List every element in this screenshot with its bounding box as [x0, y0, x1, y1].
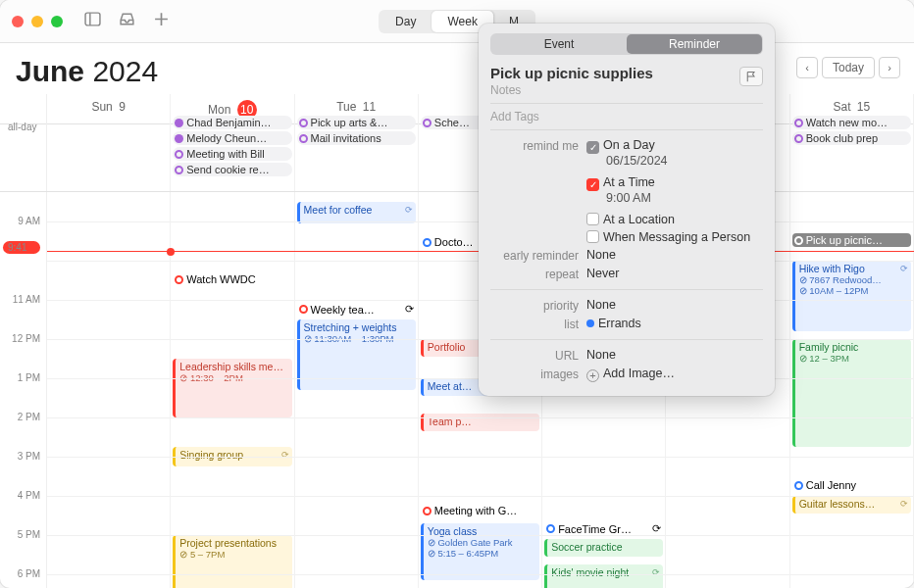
event-guitar[interactable]: Guitar lessons…⟳	[792, 496, 911, 514]
today-button[interactable]: Today	[822, 57, 875, 78]
minimize-icon[interactable]	[31, 16, 43, 27]
event-hike[interactable]: Hike with Rigo⊘ 7867 Redwood…⊘ 10AM – 12…	[792, 261, 911, 331]
at-location-option[interactable]: At a Location	[586, 213, 763, 226]
svg-rect-0	[85, 13, 100, 25]
event-team-p[interactable]: Team p…	[421, 414, 539, 431]
reminder-wwdc[interactable]: Watch WWDC	[173, 272, 291, 286]
allday-item[interactable]: Meeting with Bill	[173, 147, 291, 161]
sidebar-icon[interactable]	[84, 11, 101, 31]
remind-date[interactable]: 06/15/2024	[586, 154, 763, 168]
close-icon[interactable]	[12, 16, 24, 27]
images-label: images	[490, 367, 579, 381]
allday-sun[interactable]	[47, 114, 171, 191]
allday-tue[interactable]: Pick up arts &… Mail invitations	[295, 114, 419, 191]
event-coffee[interactable]: Meet for coffee⟳	[297, 202, 416, 223]
reminder-popover: Event Reminder Pick up picnic supplies N…	[479, 24, 775, 396]
remind-me-label: remind me	[490, 138, 579, 153]
repeat-value[interactable]: Never	[586, 267, 763, 280]
event-family-picnic[interactable]: Family picnic⊘ 12 – 3PM	[792, 339, 911, 447]
reminder-meeting-g[interactable]: Meeting with G…	[421, 504, 539, 517]
reminder-facetime[interactable]: FaceTime Gr…⟳	[544, 521, 663, 536]
view-day[interactable]: Day	[380, 11, 432, 32]
repeat-icon: ⟳	[281, 450, 289, 460]
now-dot-icon	[167, 248, 175, 256]
allday-sat[interactable]: Watch new mo… Book club prep	[790, 114, 914, 191]
reminder-call-jenny[interactable]: Call Jenny	[792, 478, 911, 492]
event-kids-movie[interactable]: Kids' movie night⟳	[544, 564, 663, 588]
now-indicator-badge: 9:41	[3, 241, 40, 254]
list-color-dot-icon	[586, 319, 594, 327]
inbox-icon[interactable]	[119, 11, 135, 31]
allday-section-label: all-day	[0, 114, 47, 191]
event-stretching[interactable]: Stretching + weights⊘ 11:30AM – 1:30PM	[297, 319, 416, 390]
url-label: URL	[490, 348, 579, 363]
reminder-weekly-tea[interactable]: Weekly tea…⟳	[297, 302, 416, 317]
tab-reminder[interactable]: Reminder	[627, 34, 762, 54]
list-label: list	[490, 317, 579, 331]
remind-time[interactable]: 9:00 AM	[586, 191, 763, 205]
calendar-window: Day Week M June 2024 ‹ Today › Sun 9 Mon…	[0, 0, 914, 588]
when-messaging-option[interactable]: When Messaging a Person	[586, 230, 763, 244]
plus-icon: +	[586, 369, 599, 382]
repeat-icon: ⟳	[652, 522, 661, 535]
early-reminder-value[interactable]: None	[586, 248, 763, 262]
allday-item[interactable]: Send cookie re…	[173, 163, 291, 176]
at-a-time-option[interactable]: ✓At a Time	[586, 175, 763, 191]
window-controls	[12, 16, 63, 27]
allday-item[interactable]: Chad Benjamin…	[173, 116, 291, 129]
tab-event[interactable]: Event	[491, 34, 627, 54]
event-leadership[interactable]: Leadership skills meeting⊘ 12:30 – 2PM	[173, 359, 291, 417]
list-value[interactable]: Errands	[586, 317, 763, 330]
repeat-icon: ⟳	[900, 264, 908, 273]
allday-item[interactable]: Melody Cheun…	[173, 131, 291, 145]
allday-item[interactable]: Pick up arts &…	[297, 116, 416, 129]
repeat-label: repeat	[490, 267, 579, 281]
popover-title[interactable]: Pick up picnic supplies	[490, 65, 763, 81]
add-image-button[interactable]: +Add Image…	[586, 367, 763, 382]
allday-mon[interactable]: Chad Benjamin… Melody Cheun… Meeting wit…	[171, 114, 294, 191]
event-yoga[interactable]: Yoga class⊘ Golden Gate Park⊘ 5:15 – 6:4…	[421, 523, 539, 580]
event-soccer[interactable]: Soccer practice	[544, 539, 663, 557]
reminder-pickup-selected[interactable]: Pick up picnic…	[792, 233, 911, 247]
repeat-icon: ⟳	[405, 205, 413, 215]
early-reminder-label: early reminder	[490, 248, 579, 263]
repeat-icon: ⟳	[900, 499, 908, 509]
allday-row: all-day Chad Benjamin… Melody Cheun… Mee…	[0, 114, 914, 192]
on-a-day-option[interactable]: ✓On a Day	[586, 138, 763, 154]
add-icon[interactable]	[153, 11, 170, 31]
notes-field[interactable]: Notes	[490, 83, 763, 97]
url-value[interactable]: None	[586, 348, 763, 362]
month-title: June 2024	[16, 55, 158, 88]
event-project-presentations[interactable]: Project presentations⊘ 5 – 7PM	[173, 535, 291, 588]
prev-week-button[interactable]: ‹	[796, 57, 818, 78]
maximize-icon[interactable]	[51, 16, 63, 27]
allday-item[interactable]: Mail invitations	[297, 131, 416, 145]
next-week-button[interactable]: ›	[879, 57, 900, 78]
titlebar: Day Week M	[0, 0, 914, 43]
time-gutter: 9 AM 9:41 11 AM 12 PM 1 PM 2 PM 3 PM 4 P…	[0, 192, 47, 588]
repeat-icon: ⟳	[652, 567, 660, 577]
popover-tabs[interactable]: Event Reminder	[490, 33, 763, 55]
priority-value[interactable]: None	[586, 298, 763, 312]
tags-field[interactable]: Add Tags	[490, 110, 763, 123]
allday-item[interactable]: Book club prep	[792, 131, 911, 145]
flag-button[interactable]	[739, 67, 763, 86]
priority-label: priority	[490, 298, 579, 313]
repeat-icon: ⟳	[405, 303, 414, 316]
allday-item[interactable]: Watch new mo…	[792, 116, 911, 129]
